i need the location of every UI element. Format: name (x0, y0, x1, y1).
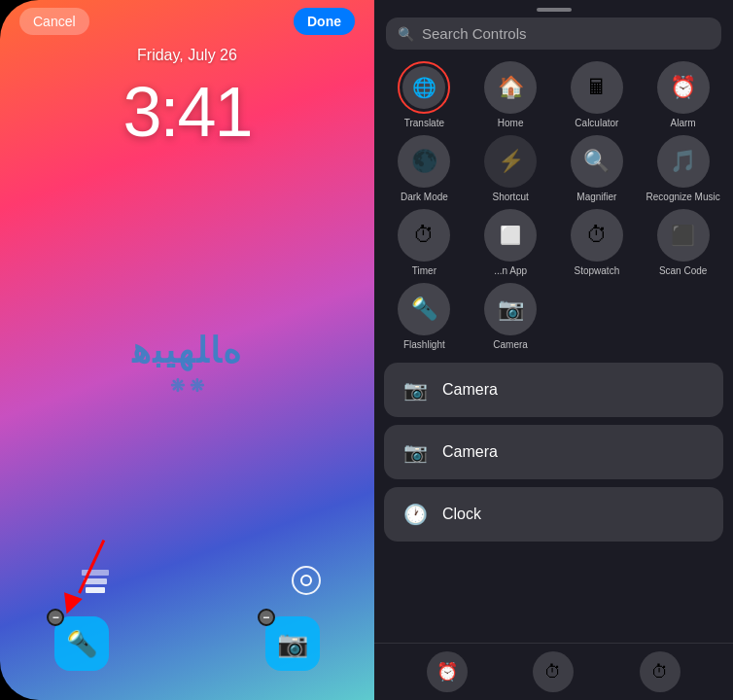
scan-code-icon: ⬛ (671, 224, 695, 247)
time-display: 3:41 (0, 68, 374, 156)
bottom-timer[interactable]: ⏱ (533, 651, 574, 692)
timer-label: Timer (412, 265, 436, 277)
control-recognize-music[interactable]: 🎵 Recognize Music (643, 135, 723, 203)
control-timer[interactable]: ⏱ Timer (384, 209, 465, 277)
control-dark-mode[interactable]: 🌑 Dark Mode (384, 135, 465, 203)
section-camera-1[interactable]: 📷 Camera (384, 363, 723, 417)
screen-app-label: ...n App (494, 265, 527, 277)
time-text: 3:41 (122, 73, 251, 151)
alarm-icon: ⏰ (670, 75, 696, 100)
stopwatch-icon: ⏱ (586, 223, 608, 248)
bottom-stopwatch[interactable]: ⏱ (640, 651, 681, 692)
translate-label: Translate (404, 118, 444, 129)
search-input[interactable]: Search Controls (422, 25, 527, 42)
dark-mode-icon: 🌑 (411, 149, 437, 174)
shortcut-icon-circle: ⚡ (484, 135, 537, 188)
circle-outline-icon (292, 566, 321, 595)
camera-minus-icon: − (258, 609, 275, 626)
stopwatch-label: Stopwatch (575, 265, 620, 277)
flashlight-grid-icon-circle: 🔦 (398, 283, 450, 335)
translate-icon: 🌐 (412, 76, 436, 99)
date-display: Friday, July 26 (0, 39, 374, 68)
home-icon-circle: 🏠 (484, 61, 537, 114)
control-home[interactable]: 🏠 Home (471, 61, 551, 129)
section-camera-2[interactable]: 📷 Camera (384, 425, 723, 479)
top-bar: Cancel Done (0, 0, 374, 39)
controls-grid: 🌐 Translate 🏠 Home 🖩 Calculator ⏰ Alarm (374, 61, 733, 351)
flashlight-minus-icon: − (47, 609, 64, 626)
dark-mode-label: Dark Mode (401, 192, 448, 203)
control-translate[interactable]: 🌐 Translate (384, 61, 465, 129)
camera-grid-icon: 📷 (498, 297, 524, 322)
camera-section-icon-2: 📷 (400, 437, 431, 468)
drag-handle (537, 8, 572, 12)
bottom-timer-icon: ⏱ (544, 662, 562, 682)
control-calculator[interactable]: 🖩 Calculator (557, 61, 638, 129)
bottom-alarm[interactable]: ⏰ (427, 651, 468, 692)
flashlight-widget[interactable]: − 🔦 (54, 616, 109, 671)
camera-grid-icon-circle: 📷 (484, 283, 537, 335)
control-camera-grid[interactable]: 📷 Camera (471, 283, 551, 351)
done-button[interactable]: Done (294, 8, 355, 35)
bottom-widgets: − 🔦 − 📷 (0, 616, 374, 671)
calculator-label: Calculator (575, 118, 618, 129)
scan-code-label: Scan Code (659, 265, 707, 277)
cancel-button[interactable]: Cancel (19, 8, 89, 35)
control-magnifier[interactable]: 🔍 Magnifier (557, 135, 638, 203)
flashlight-icon: 🔦 (66, 629, 97, 659)
flashlight-grid-icon: 🔦 (411, 297, 437, 322)
control-screen-app[interactable]: ⬜ ...n App (471, 209, 551, 277)
camera-section-icon: 📷 (400, 374, 431, 405)
clock-section-label: Clock (442, 506, 481, 523)
clock-section-icon: 🕐 (400, 499, 431, 530)
search-bar[interactable]: 🔍 Search Controls (386, 18, 721, 50)
control-scan-code[interactable]: ⬛ Scan Code (643, 209, 723, 277)
control-alarm[interactable]: ⏰ Alarm (643, 61, 723, 129)
dark-mode-icon-circle: 🌑 (398, 135, 450, 188)
section-list: 📷 Camera 📷 Camera 🕐 Clock (374, 363, 733, 549)
screen-app-icon-circle: ⬜ (484, 209, 537, 262)
magnifier-icon: 🔍 (583, 149, 610, 174)
camera-section-label-1: Camera (442, 381, 498, 399)
flashlight-grid-label: Flashlight (403, 339, 445, 351)
bottom-alarm-icon: ⏰ (436, 661, 458, 682)
bottom-stopwatch-icon-circle: ⏱ (640, 651, 681, 692)
magnifier-label: Magnifier (576, 192, 616, 203)
alarm-label: Alarm (671, 118, 696, 129)
camera-section-label-2: Camera (442, 443, 498, 461)
stopwatch-icon-circle: ⏱ (571, 209, 623, 262)
screen-record-icon: ⬜ (500, 225, 521, 246)
recognize-music-icon-circle: 🎵 (657, 135, 710, 188)
alarm-icon-circle: ⏰ (657, 61, 710, 114)
control-shortcut[interactable]: ⚡ Shortcut (471, 135, 551, 203)
translate-icon-circle: 🌐 (398, 61, 450, 114)
bottom-timer-icon-circle: ⏱ (533, 651, 574, 692)
controls-panel: 🔍 Search Controls 🌐 Translate 🏠 Home 🖩 C… (374, 0, 733, 700)
bottom-alarm-icon-circle: ⏰ (427, 651, 468, 692)
calculator-icon: 🖩 (586, 75, 608, 100)
shortcut-icon: ⚡ (498, 149, 524, 174)
scan-code-icon-circle: ⬛ (657, 209, 710, 262)
bottom-stopwatch-icon: ⏱ (651, 662, 669, 682)
timer-icon-circle: ⏱ (398, 209, 450, 262)
iphone-mockup: Cancel Done Friday, July 26 3:41 ﻩﺎﻠﻬﻴﺒﻫ… (0, 0, 374, 700)
search-icon: 🔍 (398, 26, 414, 42)
shortcut-label: Shortcut (493, 192, 529, 203)
watermark: ﻩﺎﻠﻬﻴﺒﻫ ❋ ❋ (132, 331, 243, 397)
date-text: Friday, July 26 (137, 47, 237, 63)
section-clock[interactable]: 🕐 Clock (384, 487, 723, 542)
camera-widget[interactable]: − 📷 (265, 616, 320, 671)
timer-icon: ⏱ (413, 223, 435, 248)
calculator-icon-circle: 🖩 (571, 61, 623, 114)
recognize-music-label: Recognize Music (646, 192, 720, 203)
home-label: Home (498, 118, 524, 129)
magnifier-icon-circle: 🔍 (571, 135, 623, 188)
shazam-icon: 🎵 (670, 149, 696, 174)
camera-grid-label: Camera (493, 339, 528, 351)
home-icon: 🏠 (498, 75, 524, 100)
bottom-row: ⏰ ⏱ ⏱ (374, 643, 733, 700)
camera-icon: 📷 (277, 629, 308, 659)
control-stopwatch[interactable]: ⏱ Stopwatch (557, 209, 638, 277)
control-flashlight[interactable]: 🔦 Flashlight (384, 283, 465, 351)
